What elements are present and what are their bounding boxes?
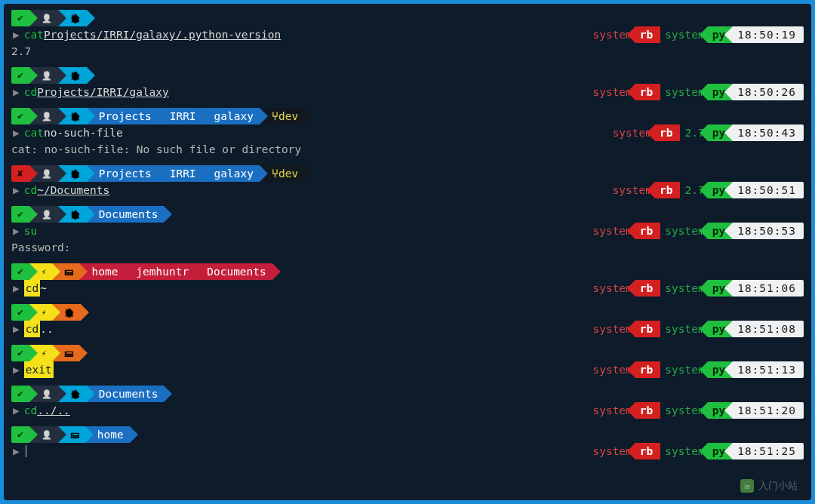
prompt-breadcrumb: ProjectsIRRIgalaxy dev — [11, 108, 804, 124]
right-status-wrap: systemrb systempy18:50:53 — [588, 223, 804, 239]
path-segment: galaxy — [202, 108, 260, 124]
command-output: 2.7 — [11, 43, 804, 60]
prompt-breadcrumb — [11, 10, 804, 26]
command-line[interactable]: ▶cd ~/Documentssystemrb 2.7py18:50:51 — [11, 182, 804, 198]
right-status: systemrb systempy18:51:13 — [588, 361, 804, 378]
command-line[interactable]: ▶susystemrb systempy18:50:53 — [11, 223, 804, 239]
right-status: systemrb systempy18:50:19 — [588, 26, 804, 43]
disk-icon — [70, 426, 79, 443]
check-icon — [17, 206, 23, 223]
home-icon — [64, 304, 75, 321]
command-line[interactable]: ▶cd ../..systemrb systempy18:51:20 — [11, 402, 804, 419]
segment-check — [11, 206, 29, 223]
prompt-block: homejemhuntrDocuments▶cd ~systemrb syste… — [11, 263, 804, 303]
prompt-caret-icon: ▶ — [11, 223, 24, 239]
bolt-icon — [42, 345, 47, 362]
prompt-breadcrumb: homejemhuntrDocuments — [11, 263, 804, 280]
right-status: systemrb systempy18:50:53 — [588, 223, 804, 239]
command-keyword: cd — [24, 182, 37, 198]
command-output: cat: no-such-file: No such file or direc… — [11, 141, 804, 158]
command-keyword: cd — [24, 84, 37, 100]
prompt-breadcrumb: ProjectsIRRIgalaxy dev — [11, 165, 804, 182]
right-status-wrap: systemrb systempy18:51:20 — [588, 402, 804, 419]
prompt-block: Documents▶cd ../..systemrb systempy18:51… — [11, 386, 804, 425]
segment-check — [11, 108, 29, 124]
bolt-icon — [42, 263, 47, 281]
path-segment: Documents — [87, 206, 165, 223]
watermark: ✉ 入门小站 — [740, 479, 798, 493]
segment-check — [11, 386, 29, 402]
prompt-breadcrumb: Documents — [11, 386, 804, 402]
prompt-block: ▶exitsystemrb systempy18:51:13 — [11, 345, 804, 384]
command-argument: .. — [40, 321, 53, 337]
prompt-block: ▶cat Projects/IRRI/galaxy/.python-versio… — [11, 10, 804, 66]
check-icon — [17, 10, 23, 26]
segment-text: home — [97, 426, 124, 443]
segment-text: IRRI — [170, 165, 196, 182]
cross-icon — [17, 165, 23, 182]
segment-text: jemhuntr — [136, 263, 189, 280]
branch-icon — [272, 108, 278, 125]
check-icon — [17, 67, 23, 84]
home-icon — [70, 10, 81, 27]
right-status: systemrb systempy18:50:26 — [588, 84, 804, 100]
command-line[interactable]: ▶systemrb systempy18:51:25 — [11, 443, 804, 459]
right-status: systemrb systempy18:51:20 — [588, 402, 804, 419]
ruby-badge: rb — [655, 124, 680, 141]
right-status-wrap: systemrb systempy18:50:19 — [588, 26, 804, 43]
home-icon — [70, 165, 81, 183]
ruby-badge: rb — [655, 182, 680, 198]
home-icon — [70, 386, 81, 403]
path-segment: galaxy — [202, 165, 260, 182]
prompt-caret-icon: ▶ — [11, 280, 24, 297]
disk-icon — [64, 263, 73, 280]
right-status-wrap: systemrb systempy18:50:26 — [588, 84, 804, 100]
segment-text: dev — [278, 108, 298, 124]
right-status-wrap: systemrb 2.7py18:50:43 — [608, 124, 804, 141]
check-icon — [17, 386, 23, 402]
segment-text: Documents — [99, 206, 158, 223]
right-status: systemrb systempy18:51:06 — [588, 280, 804, 297]
command-line[interactable]: ▶cat no-such-filesystemrb 2.7py18:50:43 — [11, 124, 804, 141]
right-status-wrap: systemrb 2.7py18:50:51 — [608, 182, 804, 198]
check-icon — [17, 108, 23, 124]
prompt-breadcrumb — [11, 304, 804, 321]
ruby-badge: rb — [635, 26, 660, 43]
terminal-window[interactable]: ▶cat Projects/IRRI/galaxy/.python-versio… — [4, 4, 811, 500]
prompt-caret-icon: ▶ — [11, 84, 24, 100]
command-keyword: cat — [24, 26, 44, 43]
command-keyword: cat — [24, 124, 44, 141]
command-line[interactable]: ▶cd Projects/IRRI/galaxysystemrb systemp… — [11, 84, 804, 100]
command-line[interactable]: ▶cd ~systemrb systempy18:51:06 — [11, 280, 804, 297]
clock: 18:50:19 — [733, 26, 804, 43]
segment-text: IRRI — [170, 108, 196, 124]
segment-text: galaxy — [214, 108, 254, 124]
clock: 18:50:26 — [733, 84, 804, 100]
command-line[interactable]: ▶cat Projects/IRRI/galaxy/.python-versio… — [11, 26, 804, 43]
command-line[interactable]: ▶cd ..systemrb systempy18:51:08 — [11, 321, 804, 337]
segment-text: Projects — [99, 165, 152, 182]
segment-check — [11, 345, 29, 361]
home-icon — [70, 67, 81, 85]
clock: 18:50:53 — [733, 223, 804, 239]
command-line[interactable]: ▶exitsystemrb systempy18:51:13 — [11, 361, 804, 378]
clock: 18:50:43 — [733, 124, 804, 141]
ruby-badge: rb — [635, 443, 660, 459]
prompt-breadcrumb — [11, 67, 804, 84]
command-argument: Projects/IRRI/galaxy/.python-version — [44, 26, 281, 43]
command-argument: ~/Documents — [37, 182, 109, 198]
command-keyword: exit — [24, 361, 54, 378]
segment-text: home — [91, 263, 118, 280]
user-icon — [42, 206, 52, 223]
clock: 18:51:25 — [733, 443, 804, 459]
prompt-block: ▶cd Projects/IRRI/galaxysystemrb systemp… — [11, 67, 804, 106]
right-status-wrap: systemrb systempy18:51:13 — [588, 361, 804, 378]
prompt-caret-icon: ▶ — [11, 443, 24, 459]
prompt-caret-icon: ▶ — [11, 321, 24, 337]
prompt-block: Documents▶susystemrb systempy18:50:53Pas… — [11, 206, 804, 262]
segment-text: Documents — [207, 263, 266, 280]
watermark-text: 入门小站 — [758, 479, 798, 493]
command-argument: Projects/IRRI/galaxy — [37, 84, 169, 100]
clock: 18:51:20 — [733, 402, 804, 419]
segment-text: galaxy — [214, 165, 254, 182]
